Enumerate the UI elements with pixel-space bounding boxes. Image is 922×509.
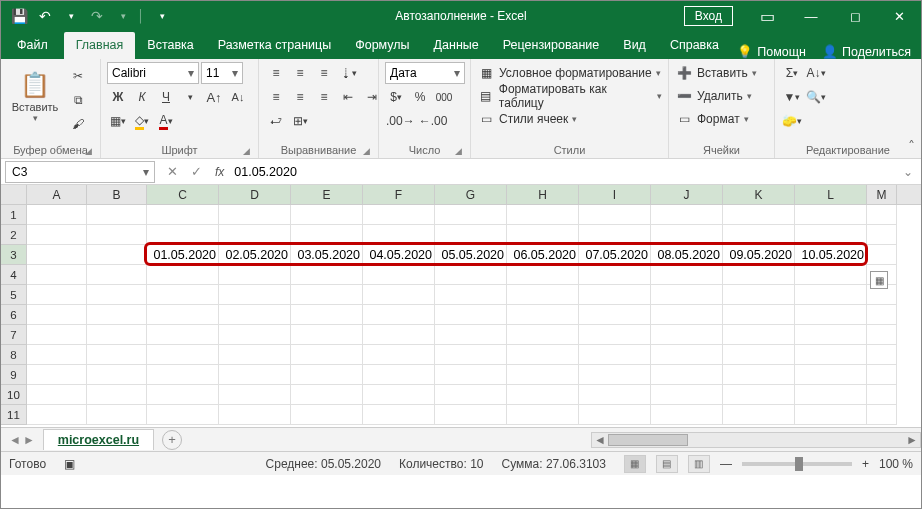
cell[interactable] (579, 305, 651, 325)
cell[interactable] (219, 205, 291, 225)
cell[interactable] (723, 305, 795, 325)
cell[interactable] (363, 385, 435, 405)
increase-font-icon[interactable]: A↑ (203, 86, 225, 108)
cell[interactable] (723, 365, 795, 385)
cell[interactable] (87, 305, 147, 325)
cell[interactable] (435, 405, 507, 425)
fill-color-icon[interactable]: ◇▾ (131, 110, 153, 132)
cell[interactable] (291, 305, 363, 325)
cell[interactable] (651, 285, 723, 305)
row-header[interactable]: 5 (1, 285, 27, 305)
cell[interactable] (147, 285, 219, 305)
orientation-icon[interactable]: ⭭▾ (337, 62, 359, 84)
cell[interactable] (723, 385, 795, 405)
row-header[interactable]: 8 (1, 345, 27, 365)
cell[interactable] (219, 325, 291, 345)
cell[interactable]: 08.05.2020 (651, 245, 723, 265)
cell[interactable] (87, 265, 147, 285)
cell[interactable] (27, 285, 87, 305)
cell[interactable] (219, 385, 291, 405)
cell[interactable] (795, 225, 867, 245)
cell[interactable] (363, 265, 435, 285)
column-header[interactable]: F (363, 185, 435, 204)
view-page-layout-icon[interactable]: ▤ (656, 455, 678, 473)
horizontal-scrollbar[interactable]: ◄ ► (591, 432, 921, 448)
cell[interactable] (723, 285, 795, 305)
close-icon[interactable]: ✕ (877, 1, 921, 31)
row-header[interactable]: 11 (1, 405, 27, 425)
scroll-right-icon[interactable]: ► (904, 433, 920, 447)
cell[interactable] (435, 285, 507, 305)
cell[interactable] (291, 405, 363, 425)
redo-icon[interactable]: ↷ (85, 4, 109, 28)
cell[interactable] (651, 345, 723, 365)
cell[interactable] (579, 265, 651, 285)
cell[interactable] (435, 205, 507, 225)
share-button[interactable]: 👤Поделиться (822, 44, 911, 59)
increase-decimal-icon[interactable]: .00→ (385, 110, 416, 132)
column-header[interactable]: M (867, 185, 897, 204)
cell[interactable] (147, 345, 219, 365)
column-header[interactable]: C (147, 185, 219, 204)
cell[interactable] (219, 305, 291, 325)
cell[interactable] (867, 305, 897, 325)
minimize-icon[interactable]: — (789, 1, 833, 31)
view-normal-icon[interactable]: ▦ (624, 455, 646, 473)
percent-icon[interactable]: % (409, 86, 431, 108)
cell[interactable] (147, 305, 219, 325)
cell[interactable] (723, 265, 795, 285)
cell[interactable]: 10.05.2020 (795, 245, 867, 265)
cell[interactable] (27, 405, 87, 425)
cell[interactable] (651, 365, 723, 385)
cell[interactable] (27, 245, 87, 265)
row-header[interactable]: 6 (1, 305, 27, 325)
row-header[interactable]: 2 (1, 225, 27, 245)
tell-me[interactable]: 💡Помощн (737, 44, 806, 59)
cell[interactable] (291, 325, 363, 345)
wrap-text-icon[interactable]: ⮐ (265, 110, 287, 132)
cell[interactable]: 02.05.2020 (219, 245, 291, 265)
save-icon[interactable]: 💾 (7, 4, 31, 28)
cell[interactable]: 01.05.2020 (147, 245, 219, 265)
find-select-icon[interactable]: 🔍▾ (805, 86, 827, 108)
dialog-launcher-icon[interactable]: ◢ (363, 146, 370, 156)
cell[interactable] (723, 405, 795, 425)
font-name-input[interactable] (108, 63, 183, 83)
cell[interactable] (435, 225, 507, 245)
add-sheet-button[interactable]: + (162, 430, 182, 450)
cell[interactable]: 07.05.2020 (579, 245, 651, 265)
cell[interactable] (795, 325, 867, 345)
align-bottom-icon[interactable]: ≡ (313, 62, 335, 84)
cell[interactable] (723, 225, 795, 245)
undo-dropdown-icon[interactable]: ▾ (59, 4, 83, 28)
align-top-icon[interactable]: ≡ (265, 62, 287, 84)
format-as-table-button[interactable]: ▤Форматировать как таблицу▾ (477, 85, 662, 107)
cell[interactable] (87, 405, 147, 425)
font-size-combo[interactable]: ▾ (201, 62, 243, 84)
row-header[interactable]: 9 (1, 365, 27, 385)
cell[interactable] (147, 385, 219, 405)
cell[interactable] (651, 305, 723, 325)
cell[interactable] (27, 325, 87, 345)
comma-style-icon[interactable]: 000 (433, 86, 455, 108)
column-header[interactable]: L (795, 185, 867, 204)
scroll-left-icon[interactable]: ◄ (592, 433, 608, 447)
cell[interactable] (87, 225, 147, 245)
cell[interactable] (579, 405, 651, 425)
cell[interactable] (723, 325, 795, 345)
row-header[interactable]: 7 (1, 325, 27, 345)
redo-dropdown-icon[interactable]: ▾ (111, 4, 135, 28)
cell[interactable] (651, 325, 723, 345)
font-name-combo[interactable]: ▾ (107, 62, 199, 84)
tab-insert[interactable]: Вставка (135, 32, 205, 59)
format-cells-button[interactable]: ▭Формат▾ (675, 108, 749, 130)
chevron-down-icon[interactable]: ▾ (138, 165, 154, 179)
delete-cells-button[interactable]: ➖Удалить▾ (675, 85, 752, 107)
cell[interactable] (867, 365, 897, 385)
cell[interactable] (507, 325, 579, 345)
cell[interactable] (579, 385, 651, 405)
cell[interactable] (867, 245, 897, 265)
cell[interactable] (87, 345, 147, 365)
conditional-formatting-button[interactable]: ▦Условное форматирование▾ (477, 62, 661, 84)
zoom-slider[interactable] (742, 462, 852, 466)
